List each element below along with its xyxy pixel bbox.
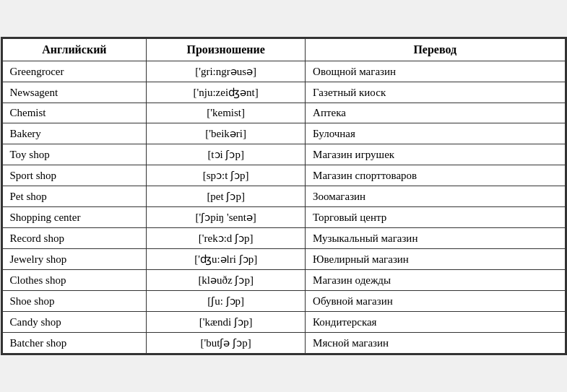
cell-translation: Ювелирный магазин [306,249,565,270]
cell-pronunciation: [tɔi ʃɔp] [147,144,306,165]
table-row: Shopping center['ʃɔpiŋ 'sentə]Торговый ц… [2,207,565,228]
cell-pronunciation: [ʃu: ʃɔp] [147,291,306,312]
cell-pronunciation: ['gri:ngrəusə] [147,61,306,82]
cell-translation: Магазин игрушек [306,144,565,165]
cell-english: Newsagent [2,82,147,103]
cell-translation: Зоомагазин [306,186,565,207]
cell-translation: Обувной магазин [306,291,565,312]
cell-translation: Магазин спорттоваров [306,165,565,186]
cell-english: Greengrocer [2,61,147,82]
table-row: Jewelry shop['ʤu:əlri ʃɔp]Ювелирный мага… [2,249,565,270]
table-row: Clothes shop[kləuðz ʃɔp]Магазин одежды [2,270,565,291]
table-row: Pet shop[pet ʃɔp]Зоомагазин [2,186,565,207]
table-row: Chemist['kemist]Аптека [2,103,565,123]
vocabulary-table: Английский Произношение Перевод Greengro… [2,38,566,354]
cell-translation: Мясной магазин [306,333,565,354]
cell-english: Pet shop [2,186,147,207]
cell-translation: Газетный киоск [306,82,565,103]
cell-translation: Кондитерская [306,312,565,333]
cell-english: Sport shop [2,165,147,186]
header-translation: Перевод [306,39,565,61]
cell-translation: Торговый центр [306,207,565,228]
cell-translation: Аптека [306,103,565,123]
cell-english: Shopping center [2,207,147,228]
cell-english: Batcher shop [2,333,147,354]
cell-pronunciation: ['kændi ʃɔp] [147,312,306,333]
header-english: Английский [2,39,147,61]
cell-pronunciation: ['beikəri] [147,123,306,144]
cell-pronunciation: ['rekɔ:d ʃɔp] [147,228,306,249]
table-row: Record shop['rekɔ:d ʃɔp]Музыкальный мага… [2,228,565,249]
cell-translation: Магазин одежды [306,270,565,291]
cell-english: Chemist [2,103,147,123]
table-row: Bakery['beikəri]Булочная [2,123,565,144]
cell-pronunciation: [pet ʃɔp] [147,186,306,207]
cell-pronunciation: ['ʤu:əlri ʃɔp] [147,249,306,270]
cell-english: Shoe shop [2,291,147,312]
header-pronunciation: Произношение [147,39,306,61]
table-row: Batcher shop['butʃə ʃɔp]Мясной магазин [2,333,565,354]
table-row: Candy shop['kændi ʃɔp]Кондитерская [2,312,565,333]
table-row: Greengrocer['gri:ngrəusə]Овощной магазин [2,61,565,82]
header-row: Английский Произношение Перевод [2,39,565,61]
table-row: Sport shop[spɔ:t ʃɔp]Магазин спорттоваро… [2,165,565,186]
cell-pronunciation: ['butʃə ʃɔp] [147,333,306,354]
cell-translation: Булочная [306,123,565,144]
cell-pronunciation: ['nju:zeiʤənt] [147,82,306,103]
table-row: Toy shop[tɔi ʃɔp]Магазин игрушек [2,144,565,165]
cell-translation: Музыкальный магазин [306,228,565,249]
cell-english: Toy shop [2,144,147,165]
cell-english: Bakery [2,123,147,144]
table-row: Shoe shop[ʃu: ʃɔp]Обувной магазин [2,291,565,312]
cell-english: Record shop [2,228,147,249]
cell-translation: Овощной магазин [306,61,565,82]
cell-english: Clothes shop [2,270,147,291]
cell-pronunciation: ['kemist] [147,103,306,123]
cell-pronunciation: [kləuðz ʃɔp] [147,270,306,291]
table-row: Newsagent['nju:zeiʤənt]Газетный киоск [2,82,565,103]
cell-english: Jewelry shop [2,249,147,270]
main-container: Английский Произношение Перевод Greengro… [1,37,567,355]
cell-pronunciation: ['ʃɔpiŋ 'sentə] [147,207,306,228]
cell-pronunciation: [spɔ:t ʃɔp] [147,165,306,186]
cell-english: Candy shop [2,312,147,333]
